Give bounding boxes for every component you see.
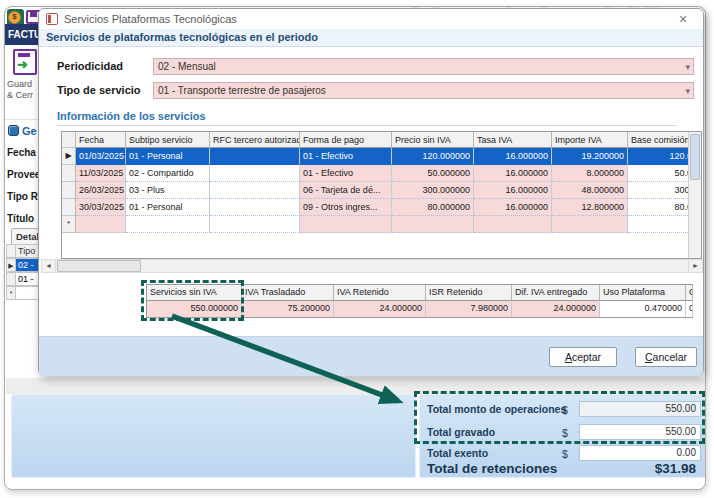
column-header[interactable]: Forma de pago <box>300 132 392 148</box>
grid-cell[interactable]: 26/03/2025 <box>76 182 126 199</box>
column-header[interactable]: Base comisión <box>628 132 689 148</box>
grid-cell[interactable]: 120.00000 <box>628 148 689 165</box>
grid-cell[interactable]: 01 - Efectivo <box>300 165 392 182</box>
column-header[interactable]: Subtipo servicio <box>126 132 210 148</box>
mini-grid-row[interactable]: 01 - <box>6 272 41 286</box>
dialog-subtitle: Servicios de plataformas tecnológicas en… <box>39 29 703 47</box>
grid-cell[interactable]: 80.000000 <box>392 199 474 216</box>
scroll-left-icon[interactable]: ◄ <box>42 260 56 272</box>
grid-new-row[interactable]: * <box>62 216 689 233</box>
grid-cell[interactable]: 19.200000 <box>552 148 628 165</box>
grid-cell[interactable]: 01 - Efectivo <box>300 148 392 165</box>
grid-cell[interactable] <box>76 216 126 233</box>
grid-cell[interactable] <box>210 182 300 199</box>
summary-value-cell[interactable]: 24.000000 <box>334 301 426 317</box>
grid-cell[interactable]: 16.000000 <box>474 148 552 165</box>
summary-value-cell[interactable]: 550.000000 <box>147 301 242 317</box>
periodicidad-combobox[interactable]: 02 - Mensual ▾ <box>153 58 694 75</box>
chevron-down-icon[interactable]: ▾ <box>685 60 690 75</box>
grid-cell[interactable]: 06 - Tarjeta de dé... <box>300 182 392 199</box>
row-marker[interactable] <box>62 165 76 182</box>
grid-cell[interactable]: 50.000000 <box>392 165 474 182</box>
chevron-down-icon[interactable]: ▾ <box>685 84 690 99</box>
column-header[interactable]: Precio sin IVA <box>392 132 474 148</box>
aceptar-button[interactable]: Aceptar <box>549 347 617 367</box>
column-header[interactable]: Tasa IVA <box>474 132 552 148</box>
summary-column-header[interactable]: IVA Trasladado <box>242 285 334 301</box>
services-grid[interactable]: FechaSubtipo servicioRFC tercero autoriz… <box>61 131 702 259</box>
row-marker[interactable] <box>62 199 76 216</box>
vertical-scrollbar[interactable] <box>688 132 701 258</box>
row-marker[interactable]: ▶ <box>62 148 76 165</box>
grid-cell[interactable]: 02 - Compartido <box>126 165 210 182</box>
grid-cell[interactable]: 80.00000 <box>628 199 689 216</box>
summary-value-cell[interactable]: 0.000000 <box>686 301 693 317</box>
total-gravado-input[interactable]: 550.00 <box>579 424 701 440</box>
grid-cell[interactable] <box>392 216 474 233</box>
grid-cell[interactable]: 300.000000 <box>392 182 474 199</box>
summary-value-cell[interactable]: 75.200000 <box>242 301 334 317</box>
grid-cell[interactable] <box>300 216 392 233</box>
grid-cell[interactable] <box>210 165 300 182</box>
summary-column-header[interactable]: Cont. Gubernamental <box>686 285 693 301</box>
cancelar-button[interactable]: Cancelar <box>635 347 697 367</box>
tipo-servicio-combobox[interactable]: 01 - Transporte terrestre de pasajeros ▾ <box>153 82 694 99</box>
grid-row[interactable]: 11/03/202502 - Compartido01 - Efectivo50… <box>62 165 689 182</box>
grid-cell[interactable]: 16.000000 <box>474 199 552 216</box>
grid-cell[interactable]: 11/03/2025 <box>76 165 126 182</box>
summary-column-header[interactable]: Dif. IVA entregado <box>512 285 600 301</box>
grid-row[interactable]: 26/03/202503 - Plus06 - Tarjeta de dé...… <box>62 182 689 199</box>
total-retenciones-value: $31.98 <box>655 461 696 476</box>
summary-column-header[interactable]: Servicios sin IVA <box>147 285 242 301</box>
column-header[interactable]: RFC tercero autorizado <box>210 132 300 148</box>
grid-cell[interactable] <box>126 216 210 233</box>
summary-value-cell[interactable]: 0.470000 <box>600 301 686 317</box>
summary-column-header[interactable]: ISR Retenido <box>426 285 512 301</box>
mini-grid-new-row[interactable]: * <box>6 286 41 300</box>
grid-cell[interactable] <box>628 216 689 233</box>
summary-value-cell[interactable]: 24.000000 <box>512 301 600 317</box>
ribbon-tab-facturacion[interactable]: FACTU <box>5 24 42 45</box>
summary-value-cell[interactable]: 7.980000 <box>426 301 512 317</box>
summary-grid[interactable]: Servicios sin IVAIVA TrasladadoIVA Reten… <box>146 284 693 318</box>
grid-cell[interactable]: 16.000000 <box>474 182 552 199</box>
grid-cell[interactable]: 16.000000 <box>474 165 552 182</box>
row-marker[interactable]: * <box>62 216 76 233</box>
grid-cell[interactable] <box>210 216 300 233</box>
column-header[interactable]: Fecha <box>76 132 126 148</box>
summary-column-header[interactable]: Uso Plataforma <box>600 285 686 301</box>
row-marker[interactable] <box>62 182 76 199</box>
column-header[interactable]: Importe IVA <box>552 132 628 148</box>
close-icon[interactable]: × <box>675 11 691 27</box>
horizontal-scrollbar-thumb[interactable] <box>57 260 141 272</box>
dialog-titlebar[interactable]: Servicios Plataformas Tecnológicas × <box>39 9 703 29</box>
total-exento-input[interactable]: 0.00 <box>579 445 701 461</box>
grid-cell[interactable]: 48.000000 <box>552 182 628 199</box>
grid-cell[interactable]: 01/03/2025 <box>76 148 126 165</box>
grid-cell[interactable]: 300.0000 <box>628 182 689 199</box>
horizontal-scrollbar[interactable]: ◄ ► <box>41 259 703 273</box>
grid-cell[interactable]: 03 - Plus <box>126 182 210 199</box>
grid-row[interactable]: ▶01/03/202501 - Personal01 - Efectivo120… <box>62 148 689 165</box>
grid-cell[interactable] <box>210 148 300 165</box>
total-operaciones-input[interactable]: 550.00 <box>579 401 701 417</box>
grid-cell[interactable] <box>210 199 300 216</box>
grid-cell[interactable]: 30/03/2025 <box>76 199 126 216</box>
vertical-scrollbar-thumb[interactable] <box>690 134 700 180</box>
grid-cell[interactable]: 50.00000 <box>628 165 689 182</box>
save-close-button[interactable]: Guard & Cerr <box>7 49 41 107</box>
grid-cell[interactable]: 01 - Personal <box>126 199 210 216</box>
grid-cell[interactable] <box>474 216 552 233</box>
grid-cell[interactable]: 8.000000 <box>552 165 628 182</box>
grid-cell[interactable]: 09 - Otros ingres... <box>300 199 392 216</box>
bottom-left-panel <box>11 394 416 478</box>
totals-panel: Total monto de operaciones $ 550.00 Tota… <box>419 394 706 478</box>
mini-grid-row[interactable]: ▶ 02 - <box>6 258 41 272</box>
summary-column-header[interactable]: IVA Retenido <box>334 285 426 301</box>
grid-cell[interactable]: 120.000000 <box>392 148 474 165</box>
grid-row[interactable]: 30/03/202501 - Personal09 - Otros ingres… <box>62 199 689 216</box>
grid-cell[interactable] <box>552 216 628 233</box>
grid-cell[interactable]: 12.800000 <box>552 199 628 216</box>
scroll-right-icon[interactable]: ► <box>688 260 702 272</box>
grid-cell[interactable]: 01 - Personal <box>126 148 210 165</box>
